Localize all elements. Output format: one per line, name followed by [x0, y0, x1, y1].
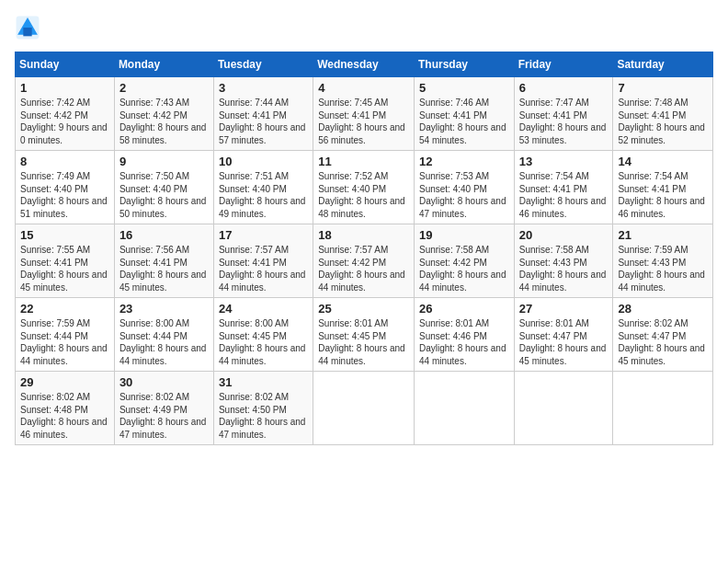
calendar-week-1: 1 Sunrise: 7:42 AM Sunset: 4:42 PM Dayli… — [16, 77, 713, 151]
day-number: 15 — [20, 228, 109, 242]
calendar-week-2: 8 Sunrise: 7:49 AM Sunset: 4:40 PM Dayli… — [16, 151, 713, 224]
calendar-cell: 13 Sunrise: 7:54 AM Sunset: 4:41 PM Dayl… — [514, 151, 613, 224]
day-info: Sunrise: 7:49 AM Sunset: 4:40 PM Dayligh… — [20, 170, 109, 220]
day-number: 9 — [119, 155, 209, 168]
day-info: Sunrise: 7:57 AM Sunset: 4:42 PM Dayligh… — [318, 244, 409, 293]
calendar-cell: 28 Sunrise: 8:02 AM Sunset: 4:47 PM Dayl… — [613, 298, 713, 372]
day-number: 16 — [119, 228, 209, 242]
calendar-cell: 19 Sunrise: 7:58 AM Sunset: 4:42 PM Dayl… — [414, 224, 514, 298]
calendar-week-4: 22 Sunrise: 7:59 AM Sunset: 4:44 PM Dayl… — [16, 298, 713, 372]
day-info: Sunrise: 7:56 AM Sunset: 4:41 PM Dayligh… — [119, 244, 209, 293]
day-info: Sunrise: 7:51 AM Sunset: 4:40 PM Dayligh… — [219, 170, 308, 220]
day-number: 17 — [219, 228, 308, 242]
calendar-cell: 2 Sunrise: 7:43 AM Sunset: 4:42 PM Dayli… — [114, 77, 213, 151]
day-number: 10 — [219, 155, 308, 168]
day-info: Sunrise: 7:58 AM Sunset: 4:42 PM Dayligh… — [419, 244, 509, 293]
day-info: Sunrise: 8:02 AM Sunset: 4:48 PM Dayligh… — [20, 391, 109, 441]
col-header-monday: Monday — [114, 52, 213, 77]
day-number: 18 — [318, 228, 409, 242]
day-number: 11 — [318, 155, 409, 168]
day-number: 29 — [20, 375, 109, 389]
day-number: 24 — [219, 302, 308, 316]
day-info: Sunrise: 8:02 AM Sunset: 4:49 PM Dayligh… — [119, 391, 209, 441]
day-info: Sunrise: 7:57 AM Sunset: 4:41 PM Dayligh… — [219, 244, 308, 293]
day-number: 6 — [519, 81, 609, 95]
day-number: 28 — [618, 302, 708, 316]
day-info: Sunrise: 7:59 AM Sunset: 4:44 PM Dayligh… — [20, 317, 109, 367]
day-info: Sunrise: 8:00 AM Sunset: 4:45 PM Dayligh… — [219, 317, 308, 367]
day-info: Sunrise: 7:46 AM Sunset: 4:41 PM Dayligh… — [419, 97, 509, 146]
calendar-cell: 4 Sunrise: 7:45 AM Sunset: 4:41 PM Dayli… — [313, 77, 415, 151]
day-number: 27 — [519, 302, 609, 316]
day-info: Sunrise: 8:01 AM Sunset: 4:47 PM Dayligh… — [519, 317, 609, 367]
day-info: Sunrise: 8:02 AM Sunset: 4:50 PM Dayligh… — [219, 391, 308, 441]
calendar-cell: 14 Sunrise: 7:54 AM Sunset: 4:41 PM Dayl… — [613, 151, 713, 224]
day-info: Sunrise: 8:01 AM Sunset: 4:46 PM Dayligh… — [419, 317, 509, 367]
calendar-cell: 5 Sunrise: 7:46 AM Sunset: 4:41 PM Dayli… — [414, 77, 514, 151]
day-info: Sunrise: 8:01 AM Sunset: 4:45 PM Dayligh… — [318, 317, 409, 367]
header-row: SundayMondayTuesdayWednesdayThursdayFrid… — [16, 52, 713, 77]
day-info: Sunrise: 7:42 AM Sunset: 4:42 PM Dayligh… — [20, 97, 109, 146]
day-info: Sunrise: 7:45 AM Sunset: 4:41 PM Dayligh… — [318, 97, 409, 146]
day-number: 22 — [20, 302, 109, 316]
calendar-cell: 15 Sunrise: 7:55 AM Sunset: 4:41 PM Dayl… — [16, 224, 115, 298]
day-info: Sunrise: 7:48 AM Sunset: 4:41 PM Dayligh… — [618, 97, 708, 146]
day-number: 5 — [419, 81, 509, 95]
day-number: 7 — [618, 81, 708, 95]
calendar-cell: 31 Sunrise: 8:02 AM Sunset: 4:50 PM Dayl… — [213, 372, 313, 445]
logo-icon — [15, 15, 40, 40]
calendar-table: SundayMondayTuesdayWednesdayThursdayFrid… — [15, 52, 713, 445]
col-header-wednesday: Wednesday — [313, 52, 415, 77]
calendar-cell — [514, 372, 613, 445]
day-info: Sunrise: 7:52 AM Sunset: 4:40 PM Dayligh… — [318, 170, 409, 220]
col-header-tuesday: Tuesday — [213, 52, 313, 77]
day-info: Sunrise: 7:50 AM Sunset: 4:40 PM Dayligh… — [119, 170, 209, 220]
day-number: 12 — [419, 155, 509, 168]
calendar-cell: 9 Sunrise: 7:50 AM Sunset: 4:40 PM Dayli… — [114, 151, 213, 224]
logo — [15, 15, 44, 40]
svg-rect-2 — [23, 28, 31, 36]
day-number: 14 — [618, 155, 708, 168]
calendar-cell: 22 Sunrise: 7:59 AM Sunset: 4:44 PM Dayl… — [16, 298, 115, 372]
day-number: 25 — [318, 302, 409, 316]
calendar-cell: 3 Sunrise: 7:44 AM Sunset: 4:41 PM Dayli… — [213, 77, 313, 151]
day-number: 20 — [519, 228, 609, 242]
calendar-cell: 17 Sunrise: 7:57 AM Sunset: 4:41 PM Dayl… — [213, 224, 313, 298]
day-info: Sunrise: 8:02 AM Sunset: 4:47 PM Dayligh… — [618, 317, 708, 367]
calendar-cell: 1 Sunrise: 7:42 AM Sunset: 4:42 PM Dayli… — [16, 77, 115, 151]
calendar-cell: 23 Sunrise: 8:00 AM Sunset: 4:44 PM Dayl… — [114, 298, 213, 372]
day-number: 30 — [119, 375, 209, 389]
calendar-cell: 20 Sunrise: 7:58 AM Sunset: 4:43 PM Dayl… — [514, 224, 613, 298]
day-number: 2 — [119, 81, 209, 95]
col-header-friday: Friday — [514, 52, 613, 77]
calendar-cell: 21 Sunrise: 7:59 AM Sunset: 4:43 PM Dayl… — [613, 224, 713, 298]
col-header-sunday: Sunday — [16, 52, 115, 77]
calendar-week-3: 15 Sunrise: 7:55 AM Sunset: 4:41 PM Dayl… — [16, 224, 713, 298]
calendar-cell: 24 Sunrise: 8:00 AM Sunset: 4:45 PM Dayl… — [213, 298, 313, 372]
day-number: 8 — [20, 155, 109, 168]
calendar-cell: 12 Sunrise: 7:53 AM Sunset: 4:40 PM Dayl… — [414, 151, 514, 224]
calendar-cell — [613, 372, 713, 445]
day-number: 23 — [119, 302, 209, 316]
day-info: Sunrise: 7:55 AM Sunset: 4:41 PM Dayligh… — [20, 244, 109, 293]
day-number: 13 — [519, 155, 609, 168]
calendar-cell — [414, 372, 514, 445]
calendar-cell: 27 Sunrise: 8:01 AM Sunset: 4:47 PM Dayl… — [514, 298, 613, 372]
calendar-cell: 16 Sunrise: 7:56 AM Sunset: 4:41 PM Dayl… — [114, 224, 213, 298]
calendar-cell: 10 Sunrise: 7:51 AM Sunset: 4:40 PM Dayl… — [213, 151, 313, 224]
calendar-cell: 29 Sunrise: 8:02 AM Sunset: 4:48 PM Dayl… — [16, 372, 115, 445]
day-number: 21 — [618, 228, 708, 242]
day-number: 19 — [419, 228, 509, 242]
calendar-cell: 8 Sunrise: 7:49 AM Sunset: 4:40 PM Dayli… — [16, 151, 115, 224]
day-info: Sunrise: 7:44 AM Sunset: 4:41 PM Dayligh… — [219, 97, 308, 146]
day-number: 3 — [219, 81, 308, 95]
day-info: Sunrise: 7:59 AM Sunset: 4:43 PM Dayligh… — [618, 244, 708, 293]
day-number: 26 — [419, 302, 509, 316]
col-header-saturday: Saturday — [613, 52, 713, 77]
day-info: Sunrise: 7:53 AM Sunset: 4:40 PM Dayligh… — [419, 170, 509, 220]
calendar-cell: 7 Sunrise: 7:48 AM Sunset: 4:41 PM Dayli… — [613, 77, 713, 151]
calendar-cell: 26 Sunrise: 8:01 AM Sunset: 4:46 PM Dayl… — [414, 298, 514, 372]
calendar-cell: 25 Sunrise: 8:01 AM Sunset: 4:45 PM Dayl… — [313, 298, 415, 372]
calendar-cell: 6 Sunrise: 7:47 AM Sunset: 4:41 PM Dayli… — [514, 77, 613, 151]
day-number: 1 — [20, 81, 109, 95]
